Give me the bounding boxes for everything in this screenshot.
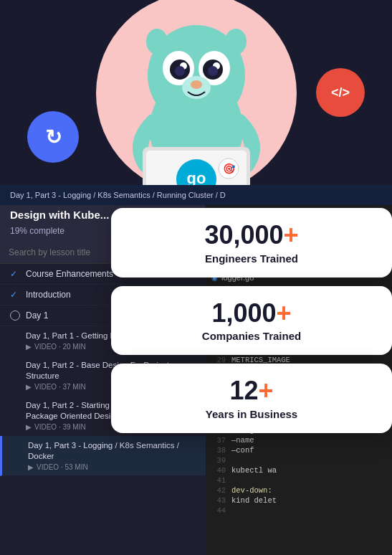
stat-label-companies: Companies Trained [128, 330, 375, 342]
lesson-name: Day 1 [26, 310, 48, 321]
svg-text:go: go [186, 169, 206, 186]
svg-point-8 [175, 66, 185, 76]
stat-card-engineers: 30,000+ Engineers Trained [111, 208, 392, 278]
video-icon: ▶ [26, 383, 32, 391]
top-navigation-bar: Day 1, Part 3 - Logging / K8s Semantics … [0, 185, 392, 205]
stat-number-engineers: 30,000+ [128, 221, 375, 250]
video-icon: ▶ [28, 463, 34, 471]
check-icon: ✓ [10, 290, 20, 300]
svg-point-9 [208, 66, 218, 76]
stat-label-years: Years in Business [128, 408, 375, 420]
stat-number-companies: 1,000+ [128, 299, 375, 328]
sub-lesson-title: Day 1, Part 3 - Logging / K8s Semantics … [28, 440, 198, 462]
code-icon: </> [331, 85, 350, 100]
svg-point-12 [146, 29, 168, 54]
check-icon: ✓ [10, 269, 20, 279]
lesson-name: Course Enhancements [26, 269, 113, 279]
stat-card-years: 12+ Years in Business [111, 364, 392, 433]
stats-overlay: 30,000+ Engineers Trained 1,000+ Compani… [111, 208, 392, 442]
svg-text:🎯: 🎯 [222, 163, 235, 175]
sub-lesson-meta: ▶ VIDEO · 53 MIN [28, 463, 198, 471]
video-icon: ▶ [26, 343, 32, 351]
stat-label-engineers: Engineers Trained [128, 252, 375, 265]
refresh-icon: ↻ [45, 125, 62, 149]
stat-card-companies: 1,000+ Companies Trained [111, 286, 392, 356]
lesson-name: Introduction [26, 290, 71, 300]
svg-point-11 [191, 80, 202, 89]
video-icon: ▶ [26, 423, 32, 431]
lesson-circle-icon [10, 310, 20, 321]
sub-lesson-d1p3-active[interactable]: Day 1, Part 3 - Logging / K8s Semantics … [0, 436, 208, 476]
refresh-button[interactable]: ↻ [27, 111, 79, 163]
stat-number-years: 12+ [128, 376, 375, 405]
breadcrumb-path: Day 1, Part 3 - Logging / K8s Semantics … [10, 191, 226, 199]
svg-point-13 [225, 29, 247, 54]
gopher-mascot: go 🎯 [110, 7, 282, 186]
code-button[interactable]: </> [316, 68, 365, 117]
